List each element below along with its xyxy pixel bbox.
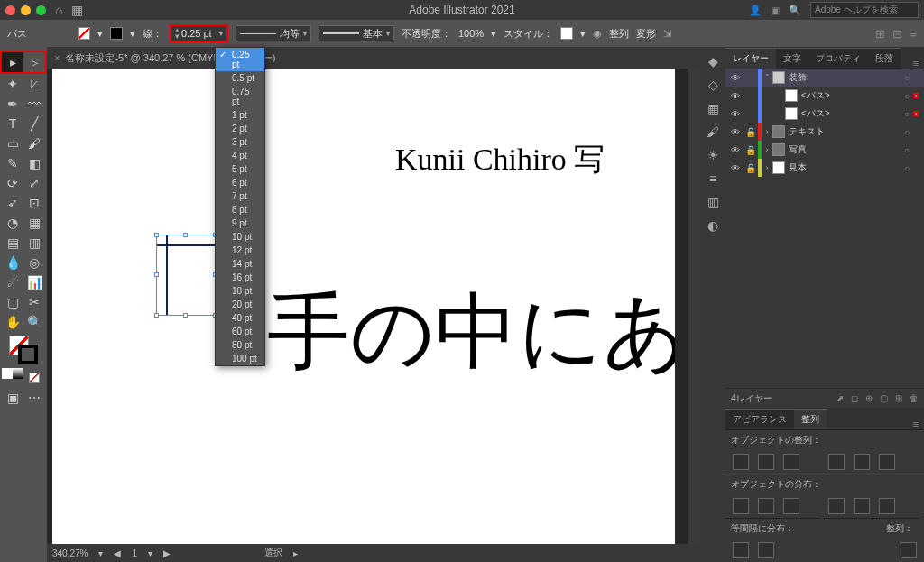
tab-appearance[interactable]: アピアランス bbox=[725, 409, 794, 429]
stroke-swatch[interactable] bbox=[110, 27, 123, 40]
magic-wand-tool[interactable]: ✦ bbox=[2, 74, 23, 94]
expand-toggle-icon[interactable]: › bbox=[762, 145, 772, 154]
layer-name[interactable]: テキスト bbox=[789, 125, 825, 138]
delete-layer-icon[interactable]: 🗑 bbox=[910, 393, 919, 403]
target-icon[interactable]: ○ bbox=[899, 91, 910, 101]
stroke-option[interactable]: 0.75 pt bbox=[216, 85, 264, 108]
shaper-tool[interactable]: ✎ bbox=[2, 153, 23, 173]
align-vcenter-icon[interactable] bbox=[854, 454, 870, 470]
transform-label[interactable]: 変形 bbox=[636, 27, 656, 41]
user-icon[interactable]: 👤 bbox=[749, 5, 762, 16]
new-layer-icon[interactable]: ⊞ bbox=[895, 393, 902, 403]
layer-row[interactable]: 👁🔒›見本○ bbox=[725, 159, 924, 177]
stroke-option[interactable]: 80 pt bbox=[216, 338, 264, 352]
resize-handle[interactable] bbox=[183, 313, 188, 318]
layer-row[interactable]: 👁🔒›写真○ bbox=[725, 141, 924, 159]
arrange-docs-icon[interactable]: ▦ bbox=[71, 3, 83, 17]
dist-left-icon[interactable] bbox=[828, 498, 845, 514]
zoom-level[interactable]: 340.27% bbox=[52, 548, 88, 558]
layer-name[interactable]: 写真 bbox=[789, 143, 807, 156]
locate-object-icon[interactable]: ⬈ bbox=[836, 393, 844, 403]
target-icon[interactable]: ○ bbox=[899, 127, 910, 137]
gradient-tool[interactable]: ▥ bbox=[23, 233, 45, 253]
ctrl-extra-icon[interactable]: ⊞ bbox=[875, 27, 885, 41]
align-right-icon[interactable] bbox=[783, 454, 799, 470]
lock-toggle-icon[interactable]: 🔒 bbox=[744, 127, 758, 137]
color-panel-icon[interactable]: ◆ bbox=[708, 54, 718, 69]
mesh-tool[interactable]: ▤ bbox=[2, 233, 23, 253]
stroke-option[interactable]: 2 pt bbox=[216, 122, 264, 135]
stroke-option[interactable]: 12 pt bbox=[216, 244, 264, 257]
stroke-option[interactable]: 100 pt bbox=[216, 352, 264, 365]
stroke-option[interactable]: 5 pt bbox=[216, 162, 264, 176]
stroke-option[interactable]: 20 pt bbox=[216, 298, 264, 311]
line-tool[interactable]: ╱ bbox=[23, 114, 45, 134]
align-left-icon[interactable] bbox=[733, 454, 749, 470]
shape-builder-tool[interactable]: ◔ bbox=[2, 213, 23, 233]
blend-tool[interactable]: ◎ bbox=[23, 253, 45, 272]
new-layer-icon[interactable]: ▢ bbox=[880, 393, 888, 403]
selection-tool[interactable]: ▸ bbox=[2, 52, 23, 72]
artboard-tool[interactable]: ▢ bbox=[2, 292, 23, 312]
stroke-panel-icon[interactable]: ≡ bbox=[709, 171, 716, 186]
pen-tool[interactable]: ✒ bbox=[2, 94, 23, 114]
type-tool[interactable]: T bbox=[2, 114, 23, 134]
resize-handle[interactable] bbox=[154, 272, 159, 277]
stroke-option[interactable]: 14 pt bbox=[216, 257, 264, 271]
make-clipping-mask-icon[interactable]: ◻ bbox=[851, 393, 858, 403]
status-menu-icon[interactable]: ▸ bbox=[293, 548, 298, 558]
nav-next-icon[interactable]: ▶ bbox=[163, 548, 171, 558]
brushes-panel-icon[interactable]: 🖌 bbox=[707, 124, 719, 139]
layer-row[interactable]: 👁<パス>○ bbox=[725, 87, 924, 105]
stroke-option[interactable]: 16 pt bbox=[216, 271, 264, 284]
vertical-scrollbar[interactable] bbox=[688, 69, 700, 544]
align-hcenter-icon[interactable] bbox=[758, 454, 774, 470]
resize-handle[interactable] bbox=[154, 313, 159, 318]
align-label[interactable]: 整列 bbox=[609, 27, 629, 41]
scale-tool[interactable]: ⤢ bbox=[23, 173, 45, 193]
layer-name[interactable]: <パス> bbox=[801, 89, 830, 102]
edit-toolbar-icon[interactable]: ⋯ bbox=[23, 388, 45, 408]
stroke-dropdown-icon[interactable]: ▾ bbox=[219, 30, 223, 38]
panel-menu-icon[interactable]: ≡ bbox=[908, 419, 924, 429]
rectangle-tool[interactable]: ▭ bbox=[2, 134, 23, 153]
ctrl-menu-icon[interactable]: ≡ bbox=[910, 27, 917, 41]
stroke-option[interactable]: 40 pt bbox=[216, 311, 264, 325]
zoom-tool[interactable]: 🔍 bbox=[23, 312, 45, 332]
home-icon[interactable]: ⌂ bbox=[55, 3, 62, 17]
fill-swatch[interactable] bbox=[78, 27, 90, 40]
symbol-sprayer-tool[interactable]: ☄ bbox=[2, 272, 23, 292]
ctrl-extra-icon[interactable]: ⊟ bbox=[892, 27, 902, 41]
tab-character[interactable]: 文字 bbox=[776, 48, 808, 69]
align-bottom-icon[interactable] bbox=[879, 454, 895, 470]
selection-bounding-box[interactable] bbox=[156, 235, 216, 316]
dist-vcenter-icon[interactable] bbox=[758, 498, 774, 514]
document-tab[interactable]: × 名称未設定-5* @ 340.27 % (CMYK/プレビュー) bbox=[47, 47, 700, 69]
dist-right-icon[interactable] bbox=[879, 498, 895, 514]
target-icon[interactable]: ○ bbox=[899, 109, 910, 119]
swatches-panel-icon[interactable]: ▦ bbox=[707, 101, 719, 115]
target-icon[interactable]: ○ bbox=[899, 145, 910, 155]
dist-vspace-icon[interactable] bbox=[733, 542, 749, 558]
stroke-option[interactable]: 6 pt bbox=[216, 176, 264, 189]
dist-hcenter-icon[interactable] bbox=[854, 498, 870, 514]
expand-toggle-icon[interactable]: › bbox=[762, 163, 772, 172]
gradient-mode-icon[interactable] bbox=[13, 368, 23, 379]
eyedropper-tool[interactable]: 💧 bbox=[2, 253, 23, 272]
lock-toggle-icon[interactable]: 🔒 bbox=[744, 145, 758, 155]
layer-name[interactable]: <パス> bbox=[801, 107, 830, 120]
opacity-dropdown-icon[interactable]: ▾ bbox=[491, 28, 496, 40]
help-search-input[interactable]: Adobe ヘルプを検索 bbox=[810, 2, 919, 18]
rotate-tool[interactable]: ⟳ bbox=[2, 173, 23, 193]
color-mode-icon[interactable] bbox=[2, 368, 13, 379]
style-swatch[interactable] bbox=[560, 27, 573, 40]
stroke-weight-field[interactable]: ▴▾ ▾ bbox=[170, 24, 228, 42]
tab-align[interactable]: 整列 bbox=[794, 409, 827, 429]
layer-row[interactable]: 👁˅装飾○ bbox=[725, 69, 924, 87]
opacity-value[interactable]: 100% bbox=[458, 28, 484, 39]
dist-bottom-icon[interactable] bbox=[783, 498, 799, 514]
curvature-tool[interactable]: 〰 bbox=[23, 94, 45, 114]
stroke-option[interactable]: 60 pt bbox=[216, 325, 264, 338]
layer-row[interactable]: 👁<パス>○ bbox=[725, 105, 924, 123]
lock-toggle-icon[interactable]: 🔒 bbox=[744, 163, 758, 173]
